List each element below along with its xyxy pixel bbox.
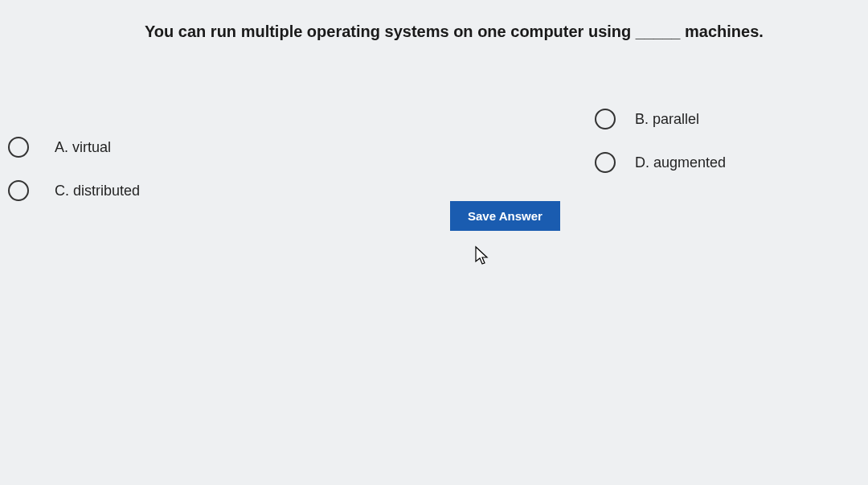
options-column-right: B. parallel D. augmented (595, 109, 726, 195)
radio-icon[interactable] (595, 109, 616, 129)
option-b-label: B. parallel (635, 111, 699, 128)
option-a[interactable]: A. virtual (8, 137, 140, 158)
radio-icon[interactable] (8, 137, 29, 158)
option-a-label: A. virtual (55, 139, 111, 156)
cursor-icon (474, 245, 490, 266)
radio-icon[interactable] (8, 180, 29, 201)
option-d[interactable]: D. augmented (595, 152, 726, 173)
radio-icon[interactable] (595, 152, 616, 173)
option-c-label: C. distributed (55, 183, 140, 199)
question-text: You can run multiple operating systems o… (145, 23, 836, 41)
save-answer-button[interactable]: Save Answer (450, 201, 560, 231)
option-c[interactable]: C. distributed (8, 180, 140, 201)
options-column-left: A. virtual C. distributed (8, 137, 140, 224)
option-b[interactable]: B. parallel (595, 109, 726, 129)
option-d-label: D. augmented (635, 154, 726, 171)
